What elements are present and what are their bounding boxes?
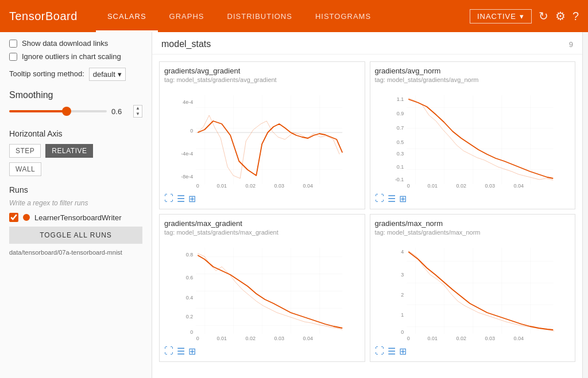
list-icon-3[interactable]: ☰ [388,346,396,357]
dropdown-arrow-icon: ▾ [118,70,122,79]
spinner-up[interactable]: ▲ [134,106,142,111]
chart-area-1: 1.1 0.9 0.7 0.5 0.3 0.1 -0.1 0 0.01 0.02… [375,87,571,190]
axis-step-btn[interactable]: STEP [9,144,41,158]
svg-text:0.8: 0.8 [186,252,194,258]
svg-text:0: 0 [401,329,404,335]
scrollbar[interactable] [582,32,588,378]
nav-histograms[interactable]: HISTOGRAMS [304,0,382,32]
run-name: LearnerTensorboardWriter [34,213,122,222]
run-path: data/tensorboard/07a-tensorboard-mnist [9,248,142,256]
smoothing-spinner: ▲ ▼ [133,105,142,118]
chart-max-norm: gradients/max_norm tag: model_stats/grad… [370,214,576,362]
download-icon-3[interactable]: ⊞ [399,346,407,357]
smoothing-value: 0.6 [111,107,129,116]
svg-text:0.4: 0.4 [186,295,194,301]
expand-icon-3[interactable]: ⛶ [375,346,384,357]
svg-text:0.02: 0.02 [245,336,256,341]
svg-text:0.01: 0.01 [216,336,227,341]
main-layout: Show data download links Ignore outliers… [0,32,588,378]
runs-title: Runs [9,185,142,194]
chart-title-2: gradients/max_gradient [164,219,360,228]
run-dot [23,214,30,221]
svg-text:0.3: 0.3 [396,151,404,157]
header-right: INACTIVE ▾ ↻ ⚙ ? [470,9,579,24]
runs-filter: Write a regex to filter runs [9,199,142,207]
svg-text:3: 3 [401,272,404,278]
chart-tag-3: tag: model_stats/gradients/max_norm [375,229,571,236]
runs-section: Runs Write a regex to filter runs Learne… [9,185,142,256]
run-checkbox[interactable] [9,213,18,222]
svg-text:0: 0 [196,336,199,341]
svg-text:0.6: 0.6 [186,275,194,280]
svg-text:0.5: 0.5 [396,139,404,145]
download-icon-2[interactable]: ⊞ [188,346,196,357]
smoothing-slider[interactable] [9,110,107,112]
expand-icon-2[interactable]: ⛶ [164,346,173,357]
svg-text:0.03: 0.03 [274,336,284,341]
list-icon-2[interactable]: ☰ [177,346,185,357]
nav-distributions[interactable]: DISTRIBUTIONS [216,0,304,32]
show-data-links-row: Show data download links [9,39,142,48]
status-badge[interactable]: INACTIVE ▾ [470,9,532,24]
chart-tag-2: tag: model_stats/gradients/max_gradient [164,229,360,236]
refresh-icon[interactable]: ↻ [539,9,548,23]
chart-actions-2: ⛶ ☰ ⊞ [164,346,360,357]
section-header: model_stats 9 [152,32,582,54]
toggle-runs-button[interactable]: TOGGLE ALL RUNS [9,227,142,244]
axis-relative-btn[interactable]: RELATIVE [45,144,93,158]
list-icon[interactable]: ☰ [177,193,185,204]
chart-area-3: 4 3 2 1 0 0 0.01 0.02 0.03 0.04 [375,239,571,342]
section-name: model_stats [161,39,211,49]
logo: TensorBoard [9,10,78,23]
download-icon-1[interactable]: ⊞ [399,193,407,204]
tooltip-select[interactable]: default ▾ [89,68,126,81]
svg-text:0.1: 0.1 [396,164,404,170]
show-data-links-checkbox[interactable] [9,40,17,48]
svg-rect-34 [196,248,342,334]
download-icon[interactable]: ⊞ [188,193,196,204]
nav-scalars[interactable]: SCALARS [96,0,158,32]
chevron-down-icon: ▾ [520,12,524,21]
ignore-outliers-row: Ignore outliers in chart scaling [9,52,142,61]
expand-icon[interactable]: ⛶ [164,193,173,204]
chart-area-2: 0.8 0.6 0.4 0.2 0 0 0.01 0.02 0.03 0.04 [164,239,360,342]
svg-text:-4e-4: -4e-4 [181,151,193,157]
chart-actions-1: ⛶ ☰ ⊞ [375,193,571,204]
chart-tag-1: tag: model_stats/gradients/avg_norm [375,76,571,83]
chart-tag-0: tag: model_stats/gradients/avg_gradient [164,76,360,83]
main-content: model_stats 9 gradients/avg_gradient tag… [152,32,582,378]
header: TensorBoard SCALARS GRAPHS DISTRIBUTIONS… [0,0,588,32]
svg-text:1.1: 1.1 [396,96,404,102]
svg-text:0: 0 [190,329,193,335]
svg-text:4e-4: 4e-4 [183,99,193,105]
horizontal-axis-title: Horizontal Axis [9,129,142,138]
svg-text:0.7: 0.7 [396,125,404,131]
main-nav: SCALARS GRAPHS DISTRIBUTIONS HISTOGRAMS [96,0,470,32]
svg-text:4: 4 [401,249,404,255]
svg-text:0: 0 [190,128,193,134]
ignore-outliers-label: Ignore outliers in chart scaling [22,52,121,61]
nav-graphs[interactable]: GRAPHS [158,0,216,32]
chart-title-0: gradients/avg_gradient [164,67,360,75]
smoothing-label: Smoothing [9,90,142,100]
svg-text:1: 1 [401,312,404,318]
help-icon[interactable]: ? [572,10,579,23]
svg-rect-9 [196,95,342,184]
chart-area-0: 4e-4 0 -4e-4 -8e-4 0 0.01 0.02 0.03 0.04 [164,87,360,190]
svg-text:0.03: 0.03 [485,336,495,341]
expand-icon-1[interactable]: ⛶ [375,193,384,204]
axis-wall-btn[interactable]: WALL [9,162,41,176]
ignore-outliers-checkbox[interactable] [9,53,17,61]
settings-icon[interactable]: ⚙ [555,9,566,23]
show-data-links-label: Show data download links [22,39,108,48]
chart-title-1: gradients/avg_norm [375,67,571,75]
svg-text:0.02: 0.02 [456,336,466,341]
svg-text:0.2: 0.2 [186,314,194,319]
axis-buttons-row: STEP RELATIVE [9,144,142,158]
section-count: 9 [569,40,573,49]
svg-text:2: 2 [401,292,404,298]
charts-grid: gradients/avg_gradient tag: model_stats/… [152,54,582,369]
list-icon-1[interactable]: ☰ [388,193,396,204]
spinner-down[interactable]: ▼ [134,111,142,117]
axis-wall-row: WALL [9,160,142,176]
